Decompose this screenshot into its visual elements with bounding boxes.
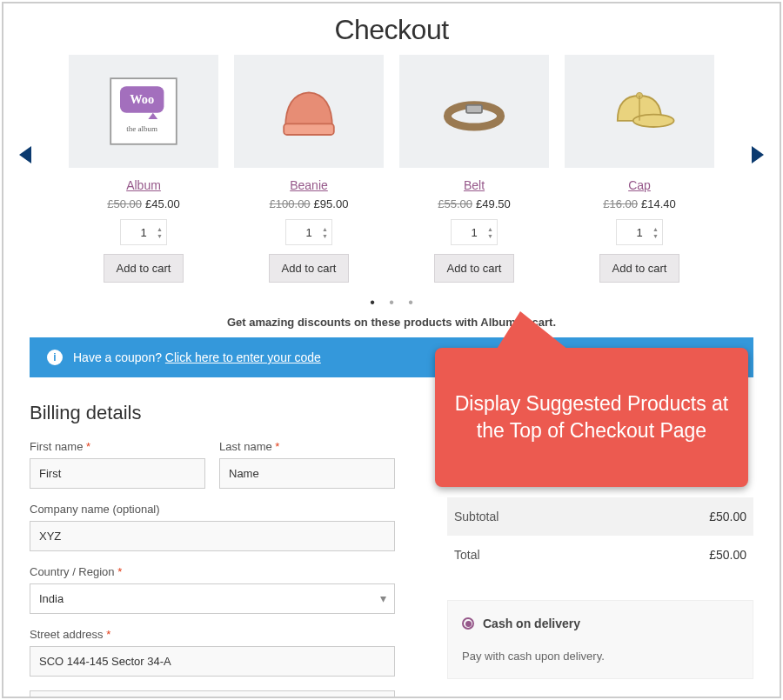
company-input[interactable] [30,521,395,551]
add-to-cart-button[interactable]: Add to cart [434,254,515,283]
qty-value: 1 [471,226,477,239]
carousel-dot-1[interactable]: • [370,295,375,310]
new-price: £95.00 [314,197,349,210]
product-image-album[interactable]: Woo the album [69,55,218,168]
country-label: Country / Region * [30,565,395,578]
new-price: £49.50 [476,197,511,210]
product-image-belt[interactable] [399,55,549,168]
svg-text:Woo: Woo [130,92,154,106]
old-price: £55.00 [438,197,472,210]
carousel-dot-2[interactable]: • [389,295,394,310]
carousel-dot-3[interactable]: • [408,295,413,310]
add-to-cart-button[interactable]: Add to cart [269,254,350,283]
billing-title: Billing details [30,402,395,424]
payment-description: Pay with cash upon delivery. [462,650,739,663]
order-total-row: Total £50.00 [447,536,753,574]
product-link-cap[interactable]: Cap [628,178,651,192]
annotation-callout: Display Suggested Products at the Top of… [435,348,748,487]
total-label: Total [454,548,480,562]
beanie-icon [270,72,348,150]
company-label: Company name (optional) [30,503,395,516]
product-price-album: £50.00£45.00 [69,197,218,210]
new-price: £14.40 [641,197,676,210]
product-link-beanie[interactable]: Beanie [290,178,328,192]
order-subtotal-row: Subtotal £50.00 [447,497,753,536]
qty-down-icon[interactable]: ▼ [157,233,163,239]
add-to-cart-button[interactable]: Add to cart [599,254,680,283]
qty-up-icon[interactable]: ▲ [157,226,163,232]
payment-box: Cash on delivery Pay with cash upon deli… [447,600,753,679]
qty-value: 1 [305,226,311,239]
subtotal-value: £50.00 [709,510,746,523]
coupon-link[interactable]: Click here to enter your code [165,350,321,364]
qty-value: 1 [636,226,642,239]
product-price-belt: £55.00£49.50 [399,197,549,210]
first-name-input[interactable] [30,458,205,489]
product-image-beanie[interactable] [234,55,384,168]
svg-text:the album: the album [126,124,157,133]
product-price-cap: £16.00£14.40 [565,197,714,210]
qty-up-icon[interactable]: ▲ [322,226,328,232]
svg-rect-4 [284,123,334,135]
qty-down-icon[interactable]: ▼ [322,233,328,239]
product-card-beanie: Beanie £100.00£95.00 1 ▲▼ Add to cart [234,55,384,283]
billing-section: Billing details First name * Last name *… [30,402,395,698]
quantity-stepper[interactable]: 1 ▲▼ [285,219,332,245]
product-carousel: Woo the album Album £50.00£45.00 1 ▲▼ Ad… [3,55,780,329]
svg-rect-6 [466,105,482,113]
album-icon: Woo the album [104,72,183,150]
last-name-label: Last name * [219,440,395,453]
total-value: £50.00 [709,548,746,562]
quantity-stepper[interactable]: 1 ▲▼ [616,219,663,245]
street-label: Street address * [30,628,395,641]
qty-up-icon[interactable]: ▲ [487,226,493,232]
old-price: £50.00 [107,197,142,210]
radio-icon [462,617,474,630]
payment-option-cod[interactable]: Cash on delivery [462,617,739,630]
new-price: £45.00 [145,197,180,210]
street-input[interactable] [30,646,395,677]
product-card-cap: Cap £16.00£14.40 1 ▲▼ Add to cart [565,55,714,283]
product-image-cap[interactable] [565,55,714,168]
product-card-album: Woo the album Album £50.00£45.00 1 ▲▼ Ad… [69,55,218,283]
belt-icon [435,72,513,150]
carousel-next-arrow[interactable] [752,146,764,163]
coupon-prefix: Have a coupon? [73,350,162,364]
cap-icon [600,72,679,150]
last-name-input[interactable] [219,458,395,489]
info-icon: i [47,350,63,365]
qty-value: 1 [140,226,146,239]
promo-text: Get amazing discounts on these products … [38,316,745,329]
product-price-beanie: £100.00£95.00 [234,197,384,210]
qty-up-icon[interactable]: ▲ [652,226,659,232]
apartment-input[interactable] [30,690,395,698]
country-select[interactable] [30,583,395,614]
page-title: Checkout [3,14,780,46]
first-name-label: First name * [30,440,205,453]
carousel-prev-arrow[interactable] [19,146,31,163]
old-price: £100.00 [270,197,311,210]
callout-text: Display Suggested Products at the Top of… [451,390,733,444]
product-link-album[interactable]: Album [126,178,161,192]
qty-down-icon[interactable]: ▼ [487,233,493,239]
payment-option-label: Cash on delivery [483,617,580,630]
quantity-stepper[interactable]: 1 ▲▼ [120,219,167,245]
product-card-belt: Belt £55.00£49.50 1 ▲▼ Add to cart [399,55,549,283]
qty-down-icon[interactable]: ▼ [652,233,659,239]
subtotal-label: Subtotal [454,510,499,523]
carousel-dots: • • • [38,295,745,310]
quantity-stepper[interactable]: 1 ▲▼ [451,219,498,245]
add-to-cart-button[interactable]: Add to cart [104,254,184,283]
product-link-belt[interactable]: Belt [464,178,485,192]
old-price: £16.00 [603,197,638,210]
